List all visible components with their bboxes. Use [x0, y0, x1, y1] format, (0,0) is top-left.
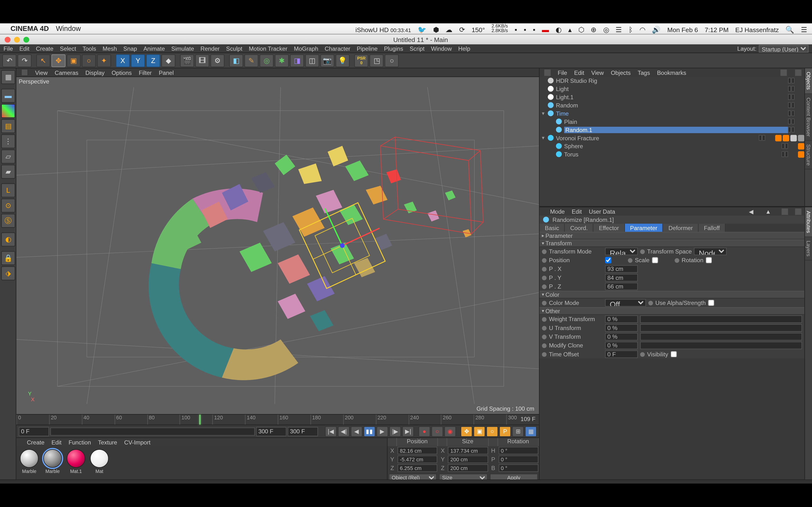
status-icon-2[interactable]: ▪ [524, 25, 526, 34]
weight-slider[interactable] [640, 315, 802, 323]
object-tag[interactable] [798, 151, 805, 157]
generator2-button[interactable]: ✱ [275, 54, 289, 67]
rotate-tool[interactable]: ○ [82, 54, 96, 67]
visibility-toggles[interactable] [788, 86, 802, 92]
key-pos-button[interactable]: ✥ [461, 426, 472, 437]
transform-space-select[interactable]: Node [694, 248, 727, 255]
object-row[interactable]: Light.1 [540, 93, 805, 101]
menu-window[interactable]: Window [431, 45, 452, 52]
status-icon-6[interactable]: ⬡ [578, 25, 584, 34]
status-icon-1[interactable]: ▪ [514, 25, 517, 34]
expand-icon[interactable]: ▾ [542, 135, 548, 141]
coord-pos-field[interactable]: 82.16 cm [398, 447, 438, 454]
object-name[interactable]: Light [556, 86, 788, 92]
group-other[interactable]: Other [540, 307, 805, 315]
tab-effector[interactable]: Effector [594, 224, 625, 232]
object-name[interactable]: Light.1 [556, 94, 788, 100]
mat-cvimport[interactable]: CV-Import [124, 439, 151, 446]
render-pv-button[interactable]: 🎞 [195, 54, 209, 67]
status-icon-8[interactable]: ◎ [603, 25, 609, 34]
status-icon-9[interactable]: ☰ [615, 25, 622, 34]
menu-tools[interactable]: Tools [83, 45, 96, 52]
deformer-button[interactable]: ◨ [290, 54, 304, 67]
object-name[interactable]: HDR Studio Rig [556, 77, 788, 84]
v-field[interactable]: 0 % [605, 333, 638, 340]
range-slider[interactable] [50, 427, 255, 435]
coord-pos-field[interactable]: 6.255 cm [398, 464, 438, 472]
menu-select[interactable]: Select [60, 45, 76, 52]
object-tag[interactable] [798, 135, 805, 141]
attr-nav-up-icon[interactable]: ▲ [765, 208, 771, 215]
visibility-toggles[interactable] [788, 110, 802, 116]
coord-rot-field[interactable]: 0 ° [499, 464, 539, 472]
object-row[interactable]: ▾Time [540, 109, 805, 117]
object-row[interactable]: HDR Studio Rig [540, 76, 805, 85]
mat-edit[interactable]: Edit [51, 439, 62, 446]
key-opt-button[interactable]: ▦ [525, 426, 537, 437]
volume-icon[interactable]: 🔊 [652, 25, 660, 34]
status-icon-5[interactable]: ▴ [568, 25, 572, 34]
recorder-indicator[interactable]: iShowU HD 00:33:41 [355, 26, 411, 33]
coord-size-field[interactable]: 200 cm [448, 464, 488, 472]
object-row[interactable]: Torus [540, 150, 805, 158]
py-field[interactable]: 84 cm [605, 274, 638, 282]
temp-indicator[interactable]: 150° [471, 26, 485, 33]
object-name[interactable]: Torus [564, 151, 781, 157]
attr-edit[interactable]: Edit [572, 208, 582, 215]
material-preview[interactable] [90, 449, 109, 468]
material-item[interactable]: Mat [89, 449, 110, 477]
make-editable-tool[interactable]: ▦ [1, 70, 15, 84]
object-row[interactable]: Sphere [540, 142, 805, 150]
px-field[interactable]: 93 cm [605, 265, 638, 273]
object-name[interactable]: Plain [564, 118, 788, 125]
attr-lock-icon[interactable] [781, 208, 788, 215]
om-edit[interactable]: Edit [574, 69, 585, 76]
dropbox-icon[interactable]: ⬢ [433, 25, 439, 34]
key-rot-button[interactable]: ○ [487, 426, 498, 437]
sidetab-objects[interactable]: Objects [805, 68, 812, 94]
menu-create[interactable]: Create [36, 45, 53, 52]
bluetooth-icon[interactable]: ᛒ [628, 25, 633, 34]
om-search-icon[interactable] [780, 69, 787, 76]
undo-button[interactable]: ↶ [2, 54, 16, 67]
goto-start-button[interactable]: |◀ [325, 426, 337, 437]
menu-animate[interactable]: Animate [143, 45, 165, 52]
menu-pipeline[interactable]: Pipeline [357, 45, 377, 52]
attr-mode[interactable]: Mode [550, 208, 565, 215]
visibility-checkbox[interactable] [670, 351, 677, 357]
object-row[interactable]: Plain [540, 117, 805, 125]
material-preview[interactable] [67, 449, 85, 468]
menu-simulate[interactable]: Simulate [171, 45, 194, 52]
tool-extra1[interactable]: ◳ [370, 54, 384, 67]
key-pla-button[interactable]: ⊞ [512, 426, 524, 437]
attr-userdata[interactable]: User Data [589, 208, 615, 215]
pz-field[interactable]: 66 cm [605, 283, 638, 290]
vp-options[interactable]: Options [112, 69, 132, 76]
menu-script[interactable]: Script [410, 45, 424, 52]
tab-parameter[interactable]: Parameter [625, 224, 663, 232]
clone-field[interactable]: 0 % [605, 342, 638, 349]
render-view-button[interactable]: 🎬 [180, 54, 194, 67]
coord-system[interactable]: ◆ [161, 54, 175, 67]
coord-rot-field[interactable]: 0 ° [499, 447, 539, 454]
om-config-icon[interactable] [544, 69, 551, 76]
coord-size-field[interactable]: 137.734 cm [448, 447, 488, 454]
object-tag[interactable] [790, 135, 797, 141]
expand-icon[interactable]: ▾ [542, 110, 548, 116]
visibility-toggles[interactable] [788, 94, 802, 100]
key-param-button[interactable]: P [499, 426, 511, 437]
generator-button[interactable]: ◎ [260, 54, 273, 67]
tab-deformer[interactable]: Deformer [663, 224, 699, 232]
coord-rot-field[interactable]: 0 ° [499, 456, 539, 463]
autokey-button[interactable]: ○ [432, 426, 443, 437]
texture-mode-tool[interactable] [1, 104, 15, 118]
sidetab-attributes[interactable]: Attributes [805, 207, 812, 237]
object-name[interactable]: Random [556, 102, 788, 108]
point-mode-tool[interactable]: ⋮ [1, 134, 15, 148]
object-tag[interactable] [775, 135, 782, 141]
menubar-date[interactable]: Mon Feb 6 [667, 26, 698, 33]
move-tool[interactable]: ✥ [51, 54, 65, 67]
visibility-toggles[interactable] [788, 78, 802, 83]
menu-file[interactable]: File [4, 45, 13, 52]
position-checkbox[interactable] [605, 257, 612, 264]
